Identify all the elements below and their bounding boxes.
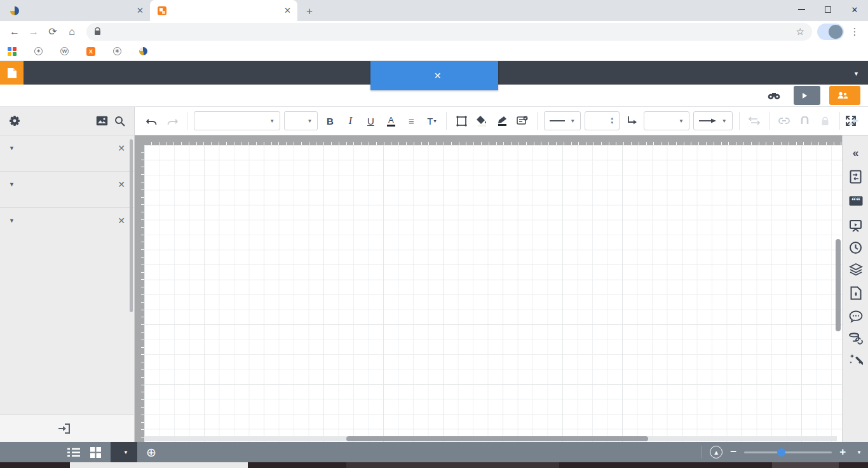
fullscreen-icon[interactable] <box>843 111 859 130</box>
bookmarks-bar: ✦ W X ✳ <box>0 42 868 61</box>
sync-paused-badge[interactable] <box>817 24 844 40</box>
tab-favicon-lucidchart <box>158 6 166 15</box>
back-icon[interactable]: ← <box>5 22 24 41</box>
zoom-slider[interactable] <box>744 451 832 453</box>
tab-lucidchart[interactable]: ✕ <box>150 0 297 21</box>
notes-icon[interactable]: ““ <box>843 193 868 209</box>
text-options-button[interactable]: T▾ <box>423 111 440 130</box>
comments-icon[interactable] <box>843 308 868 325</box>
horizontal-scrollbar[interactable] <box>144 436 837 441</box>
apps-grid-icon <box>8 47 17 56</box>
image-icon[interactable] <box>96 116 108 126</box>
chevron-down-icon: ▼ <box>9 145 15 151</box>
maximize-button[interactable] <box>815 0 841 19</box>
forward-icon[interactable]: → <box>24 22 43 41</box>
arrow-end-icon <box>699 118 717 123</box>
page-list-icon[interactable] <box>64 448 84 457</box>
tab-close-icon[interactable]: ✕ <box>284 6 291 15</box>
close-button[interactable]: ✕ <box>841 0 868 19</box>
diagram-canvas[interactable] <box>144 145 842 442</box>
document-settings-icon[interactable] <box>843 169 868 185</box>
user-menu[interactable]: ▼ <box>851 68 859 78</box>
search-icon[interactable] <box>114 116 125 127</box>
magnet-icon[interactable] <box>796 111 813 130</box>
scrollbar-thumb[interactable] <box>346 436 648 441</box>
font-size-select[interactable]: ▼ <box>284 111 318 130</box>
page-tab[interactable]: ▼ <box>111 442 137 462</box>
present-button[interactable] <box>794 86 820 105</box>
right-dock-panel: « ““ <box>842 135 868 442</box>
book-icon: ✦ <box>34 47 43 55</box>
swap-arrows-icon[interactable] <box>746 111 763 130</box>
section-flowchart[interactable]: ▼ ✕ <box>0 172 134 193</box>
bookmark-orden-compra[interactable]: X <box>86 47 99 56</box>
page-grid-icon[interactable] <box>84 447 107 458</box>
zoom-slider-knob[interactable] <box>777 448 785 457</box>
tab-close-icon[interactable]: ✕ <box>137 6 144 15</box>
align-button[interactable]: ≡ <box>403 111 419 130</box>
new-tab-button[interactable]: + <box>301 3 318 20</box>
reload-icon[interactable]: ⟳ <box>43 22 62 41</box>
zoom-in-icon[interactable]: + <box>839 446 846 458</box>
link-icon[interactable] <box>776 111 792 130</box>
sphere-icon <box>139 47 147 55</box>
tab-facturacion[interactable]: ✕ <box>3 0 150 21</box>
lock-icon[interactable] <box>817 111 833 130</box>
data-linking-icon[interactable] <box>843 331 868 347</box>
layers-icon[interactable] <box>843 261 868 278</box>
connector-type-icon[interactable] <box>623 111 640 130</box>
bookmark-kybalion[interactable]: ✦ <box>34 47 46 55</box>
sidebar-scrollbar[interactable] <box>130 139 133 312</box>
underline-button[interactable]: U <box>362 111 379 130</box>
section-figuras[interactable]: ▼ ✕ <box>0 208 134 230</box>
bottom-bar: ▼ ⊕ ▲ − + ▼ <box>0 442 868 462</box>
browser-menu-icon[interactable]: ⋮ <box>846 26 863 38</box>
banner-close-icon[interactable]: ✕ <box>434 71 442 81</box>
binoculars-icon <box>768 92 780 100</box>
feature-search-button[interactable] <box>768 92 785 100</box>
italic-button[interactable]: I <box>342 111 358 130</box>
browser-tab-strip: ✕ ✕ + ✕ <box>0 0 868 21</box>
shape-style-icon[interactable] <box>453 111 470 130</box>
line-style-select[interactable]: ▼ <box>544 111 581 130</box>
profile-avatar[interactable] <box>829 25 843 39</box>
zoom-out-icon[interactable]: − <box>730 446 736 458</box>
home-icon[interactable]: ⌂ <box>62 22 81 41</box>
text-color-button[interactable]: A <box>383 111 399 130</box>
bookmark-apps[interactable] <box>8 47 20 56</box>
bookmark-hermes[interactable]: W <box>60 47 72 55</box>
line-start-select[interactable]: ▼ <box>644 111 689 130</box>
line-end-select[interactable]: ▼ <box>693 111 733 130</box>
section-close-icon[interactable]: ✕ <box>118 143 125 153</box>
line-color-icon[interactable] <box>494 111 510 130</box>
history-clock-icon[interactable] <box>843 239 868 256</box>
fill-color-icon[interactable] <box>473 111 490 130</box>
bookmark-facturacion[interactable] <box>139 47 151 55</box>
font-family-select[interactable]: ▼ <box>194 111 280 130</box>
share-button[interactable] <box>829 86 860 105</box>
bookmark-star-icon[interactable]: ☆ <box>796 26 804 38</box>
minimize-button[interactable] <box>788 0 815 19</box>
undo-icon[interactable] <box>144 111 160 130</box>
vertical-scrollbar[interactable] <box>836 145 841 436</box>
section-close-icon[interactable]: ✕ <box>118 216 125 226</box>
shape-data-icon[interactable] <box>514 111 531 130</box>
collapse-panel-icon[interactable]: « <box>843 145 868 162</box>
add-page-icon[interactable]: ⊕ <box>137 445 165 460</box>
url-field[interactable]: ☆ <box>86 23 812 41</box>
scrollbar-thumb[interactable] <box>836 239 841 331</box>
canvas-area <box>135 135 842 442</box>
zoom-level[interactable]: ▼ <box>853 450 862 455</box>
import-data-button[interactable] <box>0 414 134 442</box>
section-close-icon[interactable]: ✕ <box>118 179 125 189</box>
redo-icon[interactable] <box>164 111 180 130</box>
section-estandar[interactable]: ▼ ✕ <box>0 135 134 157</box>
bookmark-corphiliu[interactable]: ✳ <box>113 47 125 55</box>
document-icon[interactable] <box>0 61 24 85</box>
theme-icon[interactable] <box>843 285 868 301</box>
presentation-icon[interactable] <box>843 217 868 233</box>
fit-to-screen-icon[interactable]: ▲ <box>710 446 722 458</box>
line-width-stepper[interactable]: ▲▼ <box>585 111 620 130</box>
bold-button[interactable]: B <box>322 111 338 130</box>
magic-wand-icon[interactable] <box>843 352 868 368</box>
